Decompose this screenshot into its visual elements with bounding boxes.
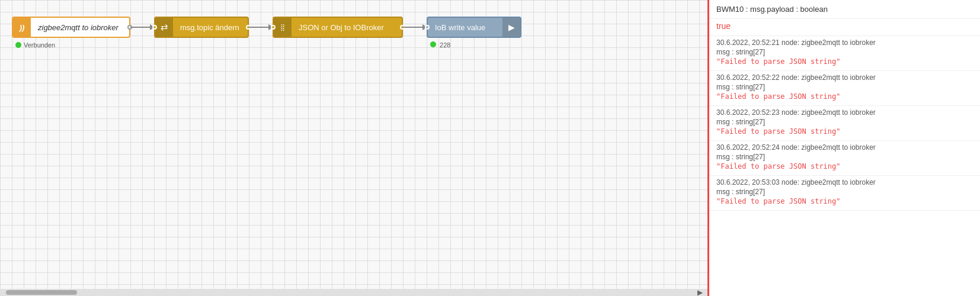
port-in-change[interactable]: [152, 25, 157, 30]
true-value-text: true: [716, 21, 731, 31]
log-meta: 30.6.2022, 20:52:22 node: zigbee2mqtt to…: [716, 73, 973, 82]
node-zigbee2mqtt-label: zigbee2mqtt to iobroker: [31, 23, 126, 32]
scroll-right-arrow[interactable]: ▶: [697, 288, 703, 296]
json-icon: ⣿: [280, 24, 285, 31]
node-change[interactable]: ⇄ msg.topic ändern: [154, 17, 249, 38]
log-meta: 30.6.2022, 20:52:21 node: zigbee2mqtt to…: [716, 38, 973, 47]
log-meta: 30.6.2022, 20:52:23 node: zigbee2mqtt to…: [716, 108, 973, 117]
change-icon: ⇄: [161, 22, 168, 33]
scrollbar-thumb[interactable]: [6, 290, 77, 295]
log-entry: 30.6.2022, 20:52:24 node: zigbee2mqtt to…: [709, 141, 980, 176]
node-change-label: msg.topic ändern: [173, 23, 246, 32]
node-iob-label: IoB write value: [428, 23, 492, 32]
node-iob-count: 228: [430, 41, 450, 49]
canvas-scrollbar[interactable]: ▶: [0, 289, 707, 296]
log-error: "Failed to parse JSON string": [716, 197, 973, 205]
log-entry: 30.6.2022, 20:52:21 node: zigbee2mqtt to…: [709, 36, 980, 71]
node-json[interactable]: ⣿ JSON or Obj to IOBroker: [273, 17, 403, 38]
log-meta: 30.6.2022, 20:52:24 node: zigbee2mqtt to…: [716, 143, 973, 152]
port-in-json[interactable]: [271, 25, 276, 30]
status-dot-green: [15, 42, 21, 48]
log-error: "Failed to parse JSON string": [716, 92, 973, 101]
node-zigbee2mqtt[interactable]: )) zigbee2mqtt to iobroker Verbunden: [12, 17, 130, 38]
log-type: msg : string[27]: [716, 153, 973, 161]
flow-container: )) zigbee2mqtt to iobroker Verbunden ⇄ m…: [12, 17, 521, 38]
log-type: msg : string[27]: [716, 48, 973, 56]
connector-1: [130, 27, 154, 28]
panel-header-text: BWM10 : msg.payload : boolean: [716, 5, 828, 14]
log-error: "Failed to parse JSON string": [716, 127, 973, 136]
connector-3: [403, 27, 427, 28]
node-iob-write[interactable]: IoB write value ▶ 228: [427, 17, 521, 38]
status-label-zigbee: Verbunden: [24, 41, 55, 49]
log-entry: 30.6.2022, 20:52:22 node: zigbee2mqtt to…: [709, 71, 980, 106]
connector-2: [249, 27, 273, 28]
wave-icon: )): [20, 23, 25, 32]
log-error: "Failed to parse JSON string": [716, 57, 973, 66]
port-in-iob[interactable]: [425, 25, 430, 30]
log-type: msg : string[27]: [716, 188, 973, 196]
log-type: msg : string[27]: [716, 83, 973, 91]
node-json-label: JSON or Obj to IOBroker: [292, 23, 391, 32]
log-entries-container: 30.6.2022, 20:52:21 node: zigbee2mqtt to…: [709, 36, 980, 211]
log-error: "Failed to parse JSON string": [716, 162, 973, 170]
log-type: msg : string[27]: [716, 118, 973, 126]
iob-arrow-icon: ▶: [502, 18, 520, 37]
node-zigbee2mqtt-status: Verbunden: [15, 41, 55, 49]
log-meta: 30.6.2022, 20:53:03 node: zigbee2mqtt to…: [716, 178, 973, 186]
panel-header: BWM10 : msg.payload : boolean: [709, 0, 980, 19]
debug-panel: BWM10 : msg.payload : boolean true 30.6.…: [707, 0, 980, 296]
flow-canvas[interactable]: )) zigbee2mqtt to iobroker Verbunden ⇄ m…: [0, 0, 707, 296]
panel-true-value: true: [709, 19, 980, 36]
log-entry: 30.6.2022, 20:53:03 node: zigbee2mqtt to…: [709, 176, 980, 211]
status-dot-iob: [430, 41, 436, 47]
log-entry: 30.6.2022, 20:52:23 node: zigbee2mqtt to…: [709, 106, 980, 141]
